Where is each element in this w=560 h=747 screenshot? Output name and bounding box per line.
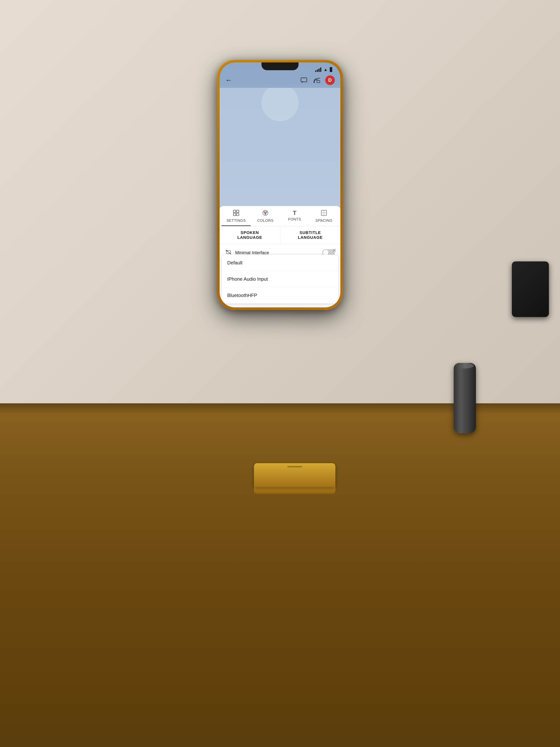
fonts-tab-icon: T (293, 210, 296, 216)
user-avatar[interactable]: D (325, 75, 335, 85)
cylinder-top (456, 363, 474, 368)
black-cylinder (454, 363, 476, 433)
settings-panel: Settings (220, 206, 340, 307)
wifi-icon: ▲ (323, 67, 327, 72)
tab-spacing-label: Spacing (315, 218, 332, 223)
phone-screen: ▲ ▊ ← (220, 62, 340, 307)
svg-point-1 (314, 82, 315, 83)
svg-point-9 (265, 211, 267, 213)
dropdown-option-iphone[interactable]: IPhone Audio Input (222, 271, 338, 287)
dropdown-close-btn[interactable]: ✕ (332, 247, 337, 254)
app-header: ← (220, 74, 340, 88)
colors-tab-icon (262, 210, 268, 217)
phone: ▲ ▊ ← (217, 60, 343, 310)
bg-graphic (262, 88, 298, 121)
settings-tab-icon (233, 210, 239, 217)
svg-rect-2 (317, 80, 320, 83)
tab-fonts[interactable]: T Fonts (280, 206, 309, 226)
signal-icon (315, 68, 321, 72)
tab-fonts-label: Fonts (288, 217, 301, 222)
phone-stand (254, 463, 336, 500)
svg-rect-4 (237, 210, 239, 212)
table-surface (0, 403, 560, 747)
svg-rect-11 (321, 210, 326, 215)
language-selector: SPOKENLANGUAGE SUBTITLELANGUAGE (220, 226, 340, 244)
screen-content: Settings (220, 88, 340, 307)
subtitle-language-btn[interactable]: SUBTITLELANGUAGE (280, 226, 341, 244)
tab-spacing[interactable]: Spacing (309, 206, 339, 226)
battery-icon: ▊ (330, 67, 333, 72)
cylinder-body (454, 363, 476, 433)
phone-inner: ▲ ▊ ← (220, 62, 340, 307)
status-icons: ▲ ▊ (315, 67, 333, 72)
spacing-tab-icon (321, 210, 327, 217)
svg-point-8 (264, 211, 265, 213)
tab-colors-label: Colors (257, 218, 273, 223)
svg-rect-0 (301, 78, 307, 82)
audio-source-dropdown: ✕ Default IPhone Audio Input BluetoothHF… (221, 255, 339, 304)
svg-rect-6 (237, 213, 239, 216)
dropdown-option-bluetooth[interactable]: BluetoothHFP (222, 287, 338, 304)
phone-notch (262, 62, 298, 70)
svg-rect-5 (233, 213, 236, 216)
tab-colors[interactable]: Colors (251, 206, 280, 226)
dropdown-option-default[interactable]: Default (222, 255, 338, 271)
tab-bar: Settings (220, 206, 340, 226)
back-button[interactable]: ← (225, 76, 232, 84)
svg-rect-3 (233, 210, 236, 212)
svg-point-10 (264, 213, 266, 215)
chat-icon[interactable] (299, 76, 309, 85)
tab-settings[interactable]: Settings (221, 206, 251, 226)
spoken-language-btn[interactable]: SPOKENLANGUAGE (220, 226, 280, 244)
cast-icon[interactable] (312, 76, 321, 85)
black-device (512, 261, 549, 317)
header-icons: D (299, 75, 335, 85)
tab-settings-label: Settings (226, 218, 246, 223)
phone-scene-area: ▲ ▊ ← (217, 60, 343, 310)
